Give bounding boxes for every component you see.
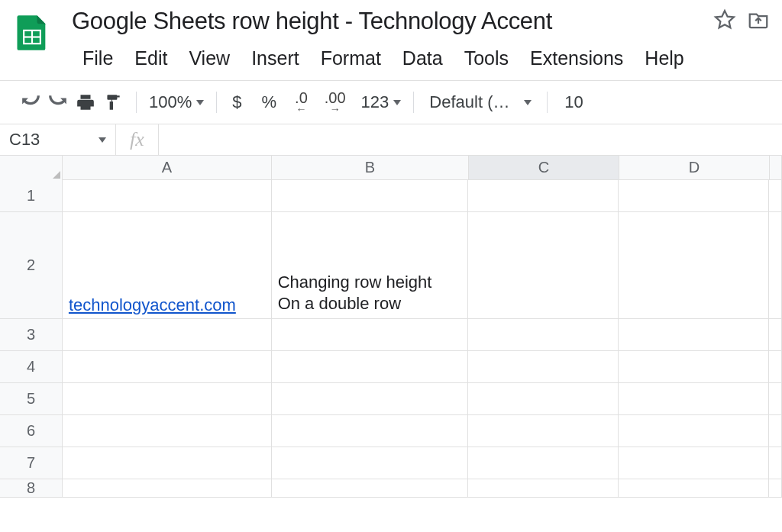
print-button[interactable] xyxy=(72,89,99,116)
cell-A3[interactable] xyxy=(63,319,272,350)
sheets-logo-icon[interactable] xyxy=(12,12,52,52)
move-icon[interactable] xyxy=(747,8,770,34)
cell-D5[interactable] xyxy=(619,383,769,414)
menu-view[interactable]: View xyxy=(178,43,241,74)
formula-input[interactable] xyxy=(158,124,782,155)
cell-E7[interactable] xyxy=(769,447,782,479)
cell-B1[interactable] xyxy=(272,180,469,211)
cell-B5[interactable] xyxy=(272,383,469,414)
menu-format[interactable]: Format xyxy=(310,43,392,74)
cell-D1[interactable] xyxy=(619,180,769,211)
font-size-input[interactable]: 10 xyxy=(557,92,590,112)
column-header-C[interactable]: C xyxy=(469,156,619,179)
name-box-value: C13 xyxy=(9,130,40,150)
cell-C7[interactable] xyxy=(468,447,619,479)
row-header-7[interactable]: 7 xyxy=(0,447,63,479)
cell-D2[interactable] xyxy=(619,212,769,318)
cell-A2[interactable]: technologyaccent.com xyxy=(63,212,272,318)
cell-A8[interactable] xyxy=(63,479,272,497)
column-header-E[interactable] xyxy=(770,156,782,179)
chevron-down-icon xyxy=(393,100,401,105)
chevron-down-icon xyxy=(99,137,106,143)
row-header-3[interactable]: 3 xyxy=(0,319,63,350)
star-icon[interactable] xyxy=(713,8,736,34)
menu-bar: File Edit View Insert Format Data Tools … xyxy=(72,43,770,74)
redo-button[interactable] xyxy=(44,89,72,116)
paint-format-button[interactable] xyxy=(99,89,127,116)
select-all-corner[interactable] xyxy=(0,156,63,180)
cell-E5[interactable] xyxy=(769,383,782,414)
menu-help[interactable]: Help xyxy=(634,43,694,74)
menu-insert[interactable]: Insert xyxy=(241,43,310,74)
column-header-A[interactable]: A xyxy=(63,156,272,179)
cell-A5[interactable] xyxy=(63,383,272,414)
spreadsheet-grid: A B C D 1 2 technologyaccent.com Changin… xyxy=(0,156,782,498)
menu-data[interactable]: Data xyxy=(392,43,454,74)
cell-B8[interactable] xyxy=(272,479,469,497)
row-header-4[interactable]: 4 xyxy=(0,351,63,382)
fx-icon: fx xyxy=(116,128,158,151)
cell-D8[interactable] xyxy=(619,479,769,497)
font-label: Default (Ari... xyxy=(429,92,516,112)
chevron-down-icon xyxy=(524,100,532,105)
cell-B4[interactable] xyxy=(272,351,469,382)
cell-A7[interactable] xyxy=(63,447,272,479)
cell-B3[interactable] xyxy=(272,319,469,350)
name-box[interactable]: C13 xyxy=(0,124,116,155)
cell-C4[interactable] xyxy=(468,351,619,382)
cell-C8[interactable] xyxy=(468,479,619,497)
cell-B2[interactable]: Changing row height On a double row xyxy=(272,212,469,318)
menu-edit[interactable]: Edit xyxy=(124,43,178,74)
undo-button[interactable] xyxy=(17,89,44,116)
increase-decimal-button[interactable]: .00→ xyxy=(320,89,351,116)
menu-tools[interactable]: Tools xyxy=(454,43,519,74)
row-header-8[interactable]: 8 xyxy=(0,479,63,497)
zoom-select[interactable]: 100% xyxy=(146,92,207,112)
cell-D3[interactable] xyxy=(619,319,769,350)
cell-E8[interactable] xyxy=(769,479,782,497)
chevron-down-icon xyxy=(196,100,204,105)
cell-C5[interactable] xyxy=(468,383,619,414)
format-currency-button[interactable]: $ xyxy=(226,92,247,112)
cell-C6[interactable] xyxy=(468,415,619,447)
cell-E6[interactable] xyxy=(769,415,782,447)
cell-D4[interactable] xyxy=(619,351,769,382)
row-header-6[interactable]: 6 xyxy=(0,415,63,447)
cell-C3[interactable] xyxy=(468,319,619,350)
cell-E4[interactable] xyxy=(769,351,782,382)
number-format-label: 123 xyxy=(361,92,389,112)
toolbar: 100% $ % .0← .00→ 123 Default (Ari... 10 xyxy=(0,81,782,124)
cell-E1[interactable] xyxy=(769,180,782,211)
cell-C2[interactable] xyxy=(468,212,619,318)
cell-D6[interactable] xyxy=(619,415,769,447)
cell-D7[interactable] xyxy=(619,447,769,479)
cell-A1[interactable] xyxy=(63,180,272,211)
menu-file[interactable]: File xyxy=(72,43,124,74)
zoom-label: 100% xyxy=(149,92,192,112)
font-select[interactable]: Default (Ari... xyxy=(423,92,538,112)
cell-C1[interactable] xyxy=(468,180,619,211)
row-header-5[interactable]: 5 xyxy=(0,383,63,414)
cell-A4[interactable] xyxy=(63,351,272,382)
decrease-decimal-button[interactable]: .0← xyxy=(290,89,312,116)
cell-E2[interactable] xyxy=(769,212,782,318)
menu-extensions[interactable]: Extensions xyxy=(519,43,634,74)
column-header-B[interactable]: B xyxy=(272,156,469,179)
cell-A6[interactable] xyxy=(63,415,272,447)
cell-B7[interactable] xyxy=(272,447,469,479)
number-format-select[interactable]: 123 xyxy=(358,92,405,112)
cell-B6[interactable] xyxy=(272,415,469,447)
document-title[interactable]: Google Sheets row height - Technology Ac… xyxy=(72,8,552,35)
row-header-2[interactable]: 2 xyxy=(0,212,63,318)
format-percent-button[interactable]: % xyxy=(256,92,283,112)
cell-E3[interactable] xyxy=(769,319,782,350)
row-header-1[interactable]: 1 xyxy=(0,180,63,211)
column-header-D[interactable]: D xyxy=(619,156,770,179)
